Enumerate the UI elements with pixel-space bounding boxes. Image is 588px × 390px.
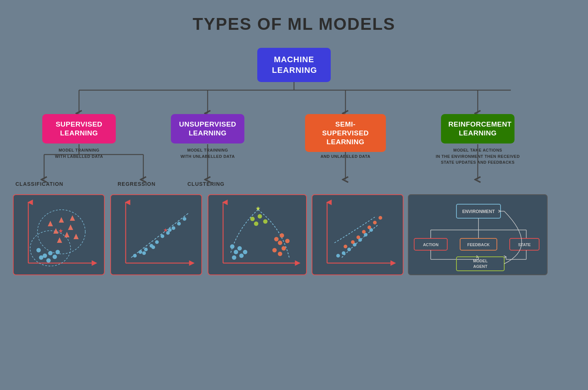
svg-point-82 xyxy=(362,230,366,234)
chart-clustering: ★ xyxy=(208,194,307,275)
svg-text:STATE: STATE xyxy=(518,242,531,247)
svg-marker-20 xyxy=(70,215,75,221)
svg-marker-22 xyxy=(64,232,69,237)
svg-text:FEEDBACK: FEEDBACK xyxy=(467,242,490,247)
svg-point-48 xyxy=(151,245,155,249)
svg-point-73 xyxy=(342,251,345,255)
unsupervised-desc: MODEL TRAINNINGWITH UNLABELLED DATA xyxy=(162,147,254,159)
svg-point-26 xyxy=(36,248,41,252)
svg-point-30 xyxy=(53,255,57,259)
svg-point-57 xyxy=(274,237,279,241)
svg-point-45 xyxy=(177,222,181,226)
chart-reinforcement: ENVIRONMENT ACTION FEEDBACK STATE xyxy=(408,194,548,275)
svg-text:★: ★ xyxy=(255,205,261,212)
semi-supervised-node: SEMI-SUPERVISEDLEARNING xyxy=(305,114,386,152)
svg-point-53 xyxy=(250,217,255,221)
reinforcement-node: REINFORCEMENTLEARNING xyxy=(441,114,514,143)
svg-point-79 xyxy=(344,245,347,248)
page-container: TYPES OF ML MODELS xyxy=(0,0,588,390)
svg-point-42 xyxy=(161,234,164,238)
svg-point-69 xyxy=(243,250,247,254)
svg-point-46 xyxy=(183,217,186,221)
svg-point-63 xyxy=(278,252,282,256)
root-node: MACHINELEARNING xyxy=(257,48,331,82)
svg-point-59 xyxy=(278,241,282,245)
sublabel-clustering: CLUSTERING xyxy=(187,181,225,187)
svg-point-29 xyxy=(39,255,43,260)
svg-text:AGENT: AGENT xyxy=(473,264,488,269)
svg-point-83 xyxy=(368,226,371,229)
svg-point-67 xyxy=(239,253,244,258)
root-label: MACHINELEARNING xyxy=(272,55,317,75)
svg-point-66 xyxy=(237,246,242,251)
svg-marker-17 xyxy=(48,221,53,226)
regression-svg: ★ xyxy=(111,195,202,275)
svg-marker-18 xyxy=(59,217,64,223)
svg-point-39 xyxy=(144,248,148,251)
sublabel-regression: REGRESSION xyxy=(118,181,155,187)
svg-point-58 xyxy=(280,233,284,238)
svg-point-65 xyxy=(234,250,238,254)
svg-point-68 xyxy=(232,255,236,260)
svg-point-85 xyxy=(379,216,382,220)
svg-point-47 xyxy=(142,251,146,255)
chart-regression: ★ xyxy=(110,194,202,275)
svg-point-32 xyxy=(55,250,60,254)
svg-point-28 xyxy=(48,251,53,255)
supervised-node: SUPERVISEDLEARNING xyxy=(42,114,116,143)
svg-point-44 xyxy=(172,226,175,230)
svg-point-72 xyxy=(336,254,340,258)
svg-point-56 xyxy=(254,221,258,226)
chart-semi xyxy=(312,194,404,275)
svg-point-31 xyxy=(46,258,51,263)
svg-text:MODEL: MODEL xyxy=(473,259,488,263)
unsupervised-node: UNSUPERVISEDLEARNING xyxy=(171,114,244,143)
svg-text:ENVIRONMENT: ENVIRONMENT xyxy=(462,209,495,214)
reinforcement-desc: MODEL TAKE ACTIONSIN THE ENVIRONMENT THE… xyxy=(428,147,527,166)
svg-marker-23 xyxy=(74,234,79,239)
svg-point-54 xyxy=(258,214,262,219)
svg-point-37 xyxy=(133,254,137,258)
svg-point-61 xyxy=(282,246,286,251)
svg-point-49 xyxy=(168,228,172,232)
svg-point-64 xyxy=(230,244,234,249)
semi-svg xyxy=(312,195,404,275)
svg-point-84 xyxy=(373,221,377,224)
classification-svg: ★ xyxy=(14,195,105,275)
svg-point-41 xyxy=(155,240,159,244)
svg-point-60 xyxy=(285,239,290,243)
svg-marker-19 xyxy=(68,224,73,230)
svg-point-80 xyxy=(351,240,355,244)
supervised-desc: MODEL TRAINNINGWITH LABELLED DATA xyxy=(29,147,129,159)
page-title: TYPES OF ML MODELS xyxy=(0,0,588,34)
svg-point-74 xyxy=(347,248,351,251)
svg-point-38 xyxy=(139,250,142,254)
rl-diagram-svg: ENVIRONMENT ACTION FEEDBACK STATE xyxy=(409,195,548,275)
svg-point-81 xyxy=(356,235,360,239)
svg-text:★: ★ xyxy=(58,228,63,234)
svg-text:ACTION: ACTION xyxy=(423,242,438,247)
svg-marker-24 xyxy=(57,237,62,243)
svg-point-55 xyxy=(263,219,268,224)
chart-classification: ★ xyxy=(13,194,105,275)
svg-point-62 xyxy=(272,248,277,252)
clustering-svg: ★ xyxy=(208,195,307,275)
sublabel-classification: CLASSIFICATION xyxy=(15,181,63,187)
